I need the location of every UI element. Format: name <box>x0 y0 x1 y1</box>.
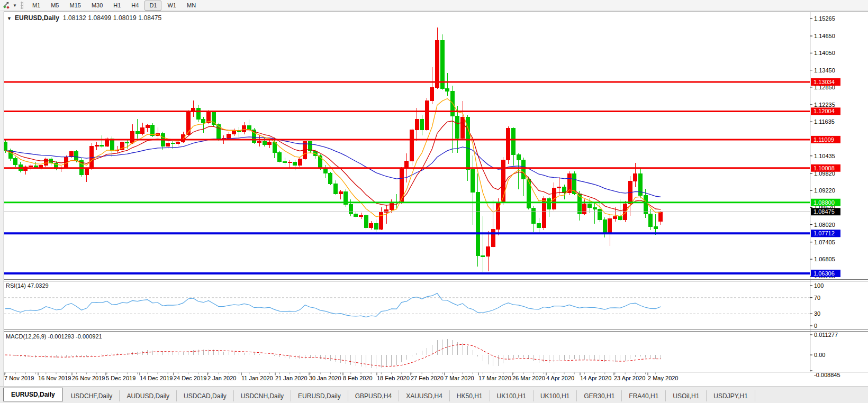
svg-text:1.07405: 1.07405 <box>814 239 835 245</box>
svg-text:2 May 2020: 2 May 2020 <box>648 375 678 381</box>
svg-text:7 Nov 2019: 7 Nov 2019 <box>4 375 34 381</box>
svg-text:30: 30 <box>814 310 820 317</box>
svg-text:4 Apr 2020: 4 Apr 2020 <box>546 375 574 381</box>
svg-text:18 Feb 2020: 18 Feb 2020 <box>377 375 410 381</box>
svg-text:1.06306: 1.06306 <box>813 270 835 277</box>
svg-text:30 Jan 2020: 30 Jan 2020 <box>309 375 341 381</box>
chart-title: ▼EURUSD,Daily 1.08132 1.08499 1.08019 1.… <box>7 14 161 22</box>
svg-text:1.09220: 1.09220 <box>814 187 835 194</box>
svg-text:1.14050: 1.14050 <box>814 50 835 56</box>
svg-text:1.11635: 1.11635 <box>814 118 835 125</box>
svg-text:11 Jan 2020: 11 Jan 2020 <box>241 375 273 381</box>
svg-text:1.12235: 1.12235 <box>814 102 835 108</box>
svg-text:1.11009: 1.11009 <box>813 136 834 143</box>
svg-text:0: 0 <box>814 323 817 329</box>
chart-symbol-label: EURUSD,Daily <box>15 14 59 22</box>
svg-text:14 Dec 2019: 14 Dec 2019 <box>140 375 173 381</box>
svg-text:5 Dec 2019: 5 Dec 2019 <box>106 375 135 381</box>
svg-text:1.08800: 1.08800 <box>813 199 835 206</box>
svg-text:1.08475: 1.08475 <box>813 208 835 215</box>
svg-text:1.10435: 1.10435 <box>814 153 835 159</box>
svg-text:1.13450: 1.13450 <box>814 67 835 74</box>
macd-indicator-label: MACD(12,26,9) -0.001293 -0.000921 <box>6 333 102 340</box>
svg-text:1.07712: 1.07712 <box>813 230 835 236</box>
svg-text:0.011277: 0.011277 <box>814 332 838 338</box>
svg-text:1.14650: 1.14650 <box>814 33 835 39</box>
svg-text:27 Feb 2020: 27 Feb 2020 <box>411 375 444 381</box>
svg-text:7 Mar 2020: 7 Mar 2020 <box>445 375 474 381</box>
svg-text:1.10008: 1.10008 <box>813 165 835 171</box>
collapse-triangle-icon[interactable]: ▼ <box>7 16 12 21</box>
svg-text:26 Nov 2019: 26 Nov 2019 <box>72 375 105 381</box>
svg-text:24 Dec 2019: 24 Dec 2019 <box>174 375 206 381</box>
svg-text:14 Apr 2020: 14 Apr 2020 <box>580 375 611 381</box>
svg-text:1.13034: 1.13034 <box>813 79 835 85</box>
svg-text:1.08020: 1.08020 <box>814 222 835 228</box>
svg-text:1.15265: 1.15265 <box>814 15 835 22</box>
chart-ohlc-values: 1.08132 1.08499 1.08019 1.08475 <box>63 14 162 22</box>
svg-text:100: 100 <box>814 282 824 289</box>
svg-text:26 Mar 2020: 26 Mar 2020 <box>512 375 545 381</box>
svg-text:70: 70 <box>814 295 820 301</box>
svg-text:1.06805: 1.06805 <box>814 256 835 262</box>
svg-text:0.00: 0.00 <box>814 352 825 358</box>
rsi-indicator-label: RSI(14) 47.0329 <box>6 282 49 289</box>
svg-text:21 Jan 2020: 21 Jan 2020 <box>275 375 308 381</box>
svg-text:1.12004: 1.12004 <box>813 108 835 114</box>
svg-text:-0.008845: -0.008845 <box>814 372 840 378</box>
svg-text:23 Apr 2020: 23 Apr 2020 <box>614 375 645 381</box>
svg-text:17 Mar 2020: 17 Mar 2020 <box>478 375 511 381</box>
svg-text:2 Jan 2020: 2 Jan 2020 <box>207 375 236 381</box>
price-chart-canvas[interactable]: 1.152651.146501.140501.134501.128501.122… <box>0 0 868 403</box>
trading-platform-window: { "toolbar": { "chart_tool_icon": "chart… <box>0 0 868 403</box>
svg-text:16 Nov 2019: 16 Nov 2019 <box>38 375 71 381</box>
svg-text:8 Feb 2020: 8 Feb 2020 <box>343 375 373 381</box>
